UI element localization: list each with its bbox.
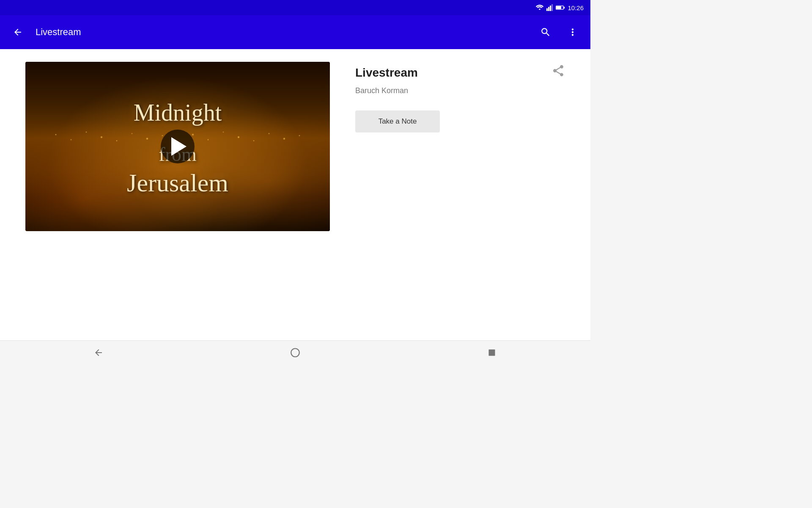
svg-rect-5 <box>564 7 565 9</box>
video-text-midnight: Midnight <box>134 99 222 126</box>
svg-rect-7 <box>557 6 562 9</box>
video-text-jerusalem: Jerusalem <box>127 168 228 198</box>
nav-back-icon <box>93 348 104 358</box>
svg-rect-9 <box>489 349 495 356</box>
main-content: Midnight from Jerusalem Livestream Baruc… <box>0 49 590 340</box>
svg-rect-0 <box>546 8 548 11</box>
video-author: Baruch Korman <box>355 86 565 95</box>
app-bar-title: Livestream <box>36 27 528 38</box>
play-icon <box>171 137 187 156</box>
search-button[interactable] <box>536 23 555 41</box>
svg-rect-3 <box>551 4 553 11</box>
nav-back-button[interactable] <box>86 343 111 362</box>
status-icons: 10:26 <box>535 4 584 11</box>
video-title: Livestream <box>355 66 565 80</box>
play-button[interactable] <box>161 130 195 163</box>
status-time: 10:26 <box>568 4 584 11</box>
share-button[interactable] <box>551 64 565 79</box>
wifi-icon <box>535 4 544 11</box>
bottom-nav <box>0 340 590 364</box>
more-options-button[interactable] <box>563 23 582 41</box>
nav-recents-button[interactable] <box>479 343 505 362</box>
signal-icon <box>546 4 553 11</box>
video-thumbnail[interactable]: Midnight from Jerusalem <box>25 62 330 231</box>
nav-home-button[interactable] <box>283 343 308 362</box>
share-icon <box>551 64 565 77</box>
nav-home-icon <box>290 347 301 358</box>
status-bar: 10:26 <box>0 0 590 15</box>
take-note-button[interactable]: Take a Note <box>355 110 440 133</box>
right-panel: Livestream Baruch Korman Take a Note <box>355 62 565 328</box>
svg-point-8 <box>291 348 299 357</box>
battery-icon <box>556 5 565 11</box>
nav-recents-icon <box>488 348 496 357</box>
svg-rect-1 <box>548 7 549 11</box>
back-button[interactable] <box>8 23 27 41</box>
svg-rect-2 <box>550 6 551 11</box>
app-bar: Livestream <box>0 15 590 49</box>
